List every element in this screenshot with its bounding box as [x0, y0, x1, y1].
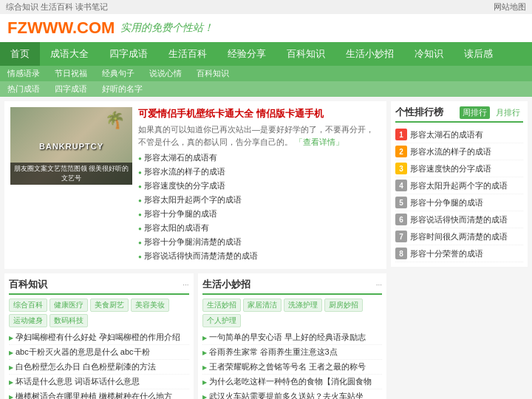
list-item[interactable]: 形容速度快的分字成语: [138, 179, 381, 193]
bankruptcy-text: BANKRUPTCY: [39, 142, 103, 151]
list-item[interactable]: 武汉火车站需要提前多久送站？去火车站坐: [202, 389, 383, 399]
ranking-item[interactable]: 8 形容十分荣誉的成语: [395, 245, 523, 262]
nav-leng[interactable]: 冷知识: [404, 42, 454, 66]
list-item[interactable]: 形容水流的样子的成语: [138, 165, 381, 179]
ranking-header: 个性排行榜 周排行 月排行: [395, 106, 523, 123]
rank-number: 5: [395, 197, 407, 208]
tag[interactable]: 美容美妆: [131, 299, 169, 312]
list-item[interactable]: 形容十分争腿的成语: [138, 207, 381, 221]
list-item[interactable]: 为什么老吃这样一种特色的食物【消化圆食物: [202, 375, 383, 389]
row1: 百科知识 ··· 综合百科 健康医疗 美食厨艺 美容美妆 运动健身 数码科技 孕…: [4, 273, 386, 399]
ranking-item[interactable]: 7 形容时间很久两清楚的成语: [395, 228, 523, 245]
ranking-tab-month[interactable]: 月排行: [493, 106, 523, 119]
ranking-list: 1 形容太湖石的成语有 2 形容水流的样子的成语 3 形容速度快的分字成语 4 …: [395, 126, 523, 262]
sub-nav2: 热门成语 四字成语 好听的名字: [0, 81, 532, 97]
nav-chengyudaquan[interactable]: 成语大全: [40, 42, 99, 66]
list-item[interactable]: 坏话是什么意思 词语坏话什么意思: [9, 375, 189, 389]
ranking-item[interactable]: 4 形容太阳升起两个字的成语: [395, 177, 523, 194]
subnav1-2[interactable]: 经典句子: [95, 66, 142, 81]
list-item[interactable]: 形容太湖石的成语有: [138, 151, 381, 165]
content-area: BANKRUPTCY 🌴 朋友圈文案文艺范范图领 很美很好听的文艺号 可爱情侣手…: [0, 97, 532, 399]
top-nav-zonghe[interactable]: 综合知识: [6, 2, 38, 11]
tag[interactable]: 健康医疗: [50, 299, 88, 312]
featured-read-more[interactable]: 「查看详情」: [295, 137, 344, 146]
ranking-item[interactable]: 2 形容水流的样子的成语: [395, 143, 523, 160]
tag[interactable]: 生活妙招: [202, 299, 241, 312]
tag[interactable]: 运动健身: [9, 314, 47, 327]
featured-title: 可爱情侣手机壁纸卡通大全 情侣版卡通手机: [138, 107, 381, 120]
header: FZWWW.COM 实用的免费个性站！: [0, 14, 532, 42]
top-right: 网站地图: [494, 1, 526, 13]
nav-miaozao[interactable]: 生活小妙招: [335, 42, 404, 66]
sub-nav1: 情感语录 节日祝福 经典句子 说说心情 百科知识: [0, 66, 532, 81]
tag[interactable]: 美食厨艺: [90, 299, 129, 312]
miaozao-header: 生活小妙招 ···: [202, 278, 383, 295]
list-item[interactable]: 谷雨养生家常 谷雨养生重注意这3点: [202, 345, 383, 360]
list-item[interactable]: 一句简单的早安心语 早上好的经典语录励志: [202, 330, 383, 345]
subnav1-4[interactable]: 百科知识: [189, 66, 236, 81]
rank-number: 7: [395, 231, 407, 242]
rank-number: 8: [395, 248, 407, 259]
logo: FZWWW.COM: [7, 18, 115, 38]
ranking-item[interactable]: 6 形容说话得快而清楚的成语: [395, 211, 523, 228]
miaozao-more[interactable]: ···: [376, 281, 382, 289]
top-nav-dushu[interactable]: 读书笔记: [75, 2, 108, 11]
list-item[interactable]: 橄榄树适合在哪里种植 橄榄树种在什么地方: [9, 389, 189, 399]
ranking-item[interactable]: 5 形容十分争腿的成语: [395, 194, 523, 211]
miaozao-tags: 生活妙招 家居清洁 洗涤护理 厨房妙招 个人护理: [202, 299, 383, 327]
tag[interactable]: 数码科技: [50, 314, 88, 327]
tag[interactable]: 家居清洁: [243, 299, 282, 312]
list-item[interactable]: 形容太阳升起两个字的成语: [138, 193, 381, 207]
rank-number: 3: [395, 163, 407, 174]
featured-img-caption: 朋友圈文案文艺范范图领 很美很好听的文艺号: [10, 163, 132, 185]
rank-number: 6: [395, 214, 407, 225]
featured-section: BANKRUPTCY 🌴 朋友圈文案文艺范范图领 很美很好听的文艺号 可爱情侣手…: [4, 101, 386, 269]
subnav1-1[interactable]: 节日祝福: [47, 66, 95, 81]
list-item[interactable]: 形容太阳的成语有: [138, 221, 381, 235]
nav-home[interactable]: 首页: [0, 42, 40, 66]
featured-desc: 如果真的可以知道你已再次站出—是要好好学的了，不要再分开，不管是什么，真的都认同…: [138, 123, 381, 148]
tag[interactable]: 厨房妙招: [324, 299, 363, 312]
nav-sizi[interactable]: 四字成语: [99, 42, 158, 66]
nav-shenghuo[interactable]: 生活百科: [158, 42, 217, 66]
miaozao-section: 生活小妙招 ··· 生活妙招 家居清洁 洗涤护理 厨房妙招 个人护理 一句简单的…: [198, 273, 387, 399]
nav-baike[interactable]: 百科知识: [276, 42, 335, 66]
tag[interactable]: 洗涤护理: [284, 299, 322, 312]
miaozao-title: 生活小妙招: [202, 278, 250, 291]
rank-number: 4: [395, 180, 407, 191]
subnav2-2[interactable]: 好听的名字: [95, 81, 150, 97]
ranking-box: 个性排行榜 周排行 月排行 1 形容太湖石的成语有 2 形容水流的样子的成语 3…: [391, 101, 528, 267]
baike-tags: 综合百科 健康医疗 美食厨艺 美容美妆 运动健身 数码科技: [9, 299, 189, 327]
ranking-item[interactable]: 1 形容太湖石的成语有: [395, 126, 523, 143]
baike-title: 百科知识: [9, 278, 47, 291]
subnav1-3[interactable]: 说说心情: [142, 66, 189, 81]
baike-section: 百科知识 ··· 综合百科 健康医疗 美食厨艺 美容美妆 运动健身 数码科技 孕…: [4, 273, 194, 399]
tag[interactable]: 个人护理: [202, 314, 241, 327]
list-item[interactable]: abc干粉灭火器的意思是什么 abc干粉: [9, 345, 189, 360]
ranking-item[interactable]: 3 形容速度快的分字成语: [395, 160, 523, 177]
top-nav-shenghuo[interactable]: 生活百科: [41, 2, 73, 11]
nav-duhou[interactable]: 读后感: [454, 42, 503, 66]
main-nav: 首页 成语大全 四字成语 生活百科 经验分享 百科知识 生活小妙招 冷知识 读后…: [0, 42, 532, 66]
list-item[interactable]: 王者荣耀昵称之曾铭等号名 王者之最的称号: [202, 360, 383, 375]
baike-header: 百科知识 ···: [9, 278, 189, 295]
sidebar: 个性排行榜 周排行 月排行 1 形容太湖石的成语有 2 形容水流的样子的成语 3…: [391, 101, 528, 399]
ranking-tab-week[interactable]: 周排行: [460, 106, 490, 119]
list-item[interactable]: 白色粉壁怎么办日 白色粉壁刷漆的方法: [9, 360, 189, 375]
miaozao-list: 一句简单的早安心语 早上好的经典语录励志 谷雨养生家常 谷雨养生重注意这3点 王…: [202, 330, 383, 399]
tag[interactable]: 综合百科: [9, 299, 47, 312]
list-item[interactable]: 形容说话得快而清楚清楚的成语: [138, 249, 381, 263]
baike-more[interactable]: ···: [183, 281, 188, 289]
ranking-title: 个性排行榜: [395, 106, 443, 119]
nav-jingyan[interactable]: 经验分享: [217, 42, 276, 66]
list-item[interactable]: 孕妇喝柳橙有什么好处 孕妇喝柳橙的作用介绍: [9, 330, 189, 345]
top-bar: 综合知识 生活百科 读书笔记 网站地图: [0, 0, 532, 14]
ranking-tabs: 周排行 月排行: [460, 106, 523, 119]
subnav2-0[interactable]: 热门成语: [0, 81, 47, 97]
subnav1-0[interactable]: 情感语录: [0, 66, 47, 81]
top-nav[interactable]: 综合知识 生活百科 读书笔记: [6, 1, 108, 13]
subnav2-1[interactable]: 四字成语: [47, 81, 95, 97]
list-item[interactable]: 形容十分争腿润清楚的成语: [138, 235, 381, 249]
baike-list: 孕妇喝柳橙有什么好处 孕妇喝柳橙的作用介绍 abc干粉灭火器的意思是什么 abc…: [9, 330, 189, 399]
slogan: 实用的免费个性站！: [120, 21, 214, 35]
